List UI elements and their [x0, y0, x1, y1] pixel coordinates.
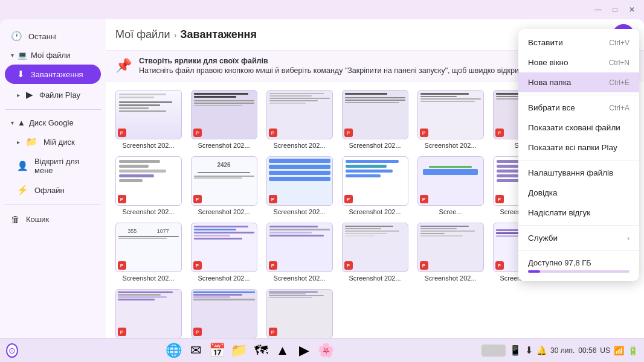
list-item[interactable]: P Screenshot 202...	[414, 87, 487, 151]
file-type-badge: P	[420, 195, 428, 203]
menu-new-folder-label: Нова папка	[528, 78, 571, 87]
menu-new-window-label: Нове вікно	[528, 58, 568, 67]
menu-item-file-settings[interactable]: Налаштування файлів	[518, 163, 639, 183]
menu-item-help[interactable]: Довідка	[518, 183, 639, 203]
maps-icon[interactable]: 🗺	[253, 342, 269, 359]
menu-item-select-all[interactable]: Вибрати все Ctrl+A	[518, 98, 639, 118]
list-item[interactable]: P Screenshot 202...	[187, 87, 260, 151]
calendar-icon[interactable]: 📅	[209, 342, 226, 359]
youtube-icon[interactable]: ▶	[296, 342, 313, 359]
list-item[interactable]: 2426 P Screenshot 202...	[187, 154, 260, 218]
taskbar-launcher[interactable]: ⊙	[6, 343, 18, 358]
list-item[interactable]: P Screenshot 202...	[112, 287, 185, 338]
list-item[interactable]: P Screenshot 202...	[112, 87, 185, 151]
taskbar-right: 📱 ⬇ 🔔 30 лип. 00:56 US 📶 🔋	[481, 345, 638, 357]
close-button[interactable]: ✕	[625, 2, 639, 17]
sidebar-item-downloads[interactable]: ⬇ Завантаження	[5, 65, 101, 84]
list-item[interactable]: P Screenshot 202...	[112, 154, 185, 218]
taskbar-time: 00:56	[578, 346, 596, 355]
file-type-badge: P	[118, 195, 126, 203]
sidebar-item-recents[interactable]: 🕐 Останні	[5, 27, 101, 46]
file-name: Screenshot 202...	[273, 275, 325, 282]
sidebar-item-my-files[interactable]: ▾ 💻 Мої файли	[5, 47, 101, 63]
menu-item-new-window[interactable]: Нове вікно Ctrl+N	[518, 52, 639, 72]
file-thumbnail: P	[266, 156, 333, 206]
list-item[interactable]: P Screenshot 202...	[263, 287, 336, 338]
photos-icon[interactable]: 🌸	[318, 342, 335, 359]
list-item[interactable]: P Screenshot 202...	[338, 154, 411, 218]
gmail-icon[interactable]: ✉	[187, 342, 204, 359]
trash-icon: 🗑	[11, 214, 20, 224]
list-item[interactable]: P Screenshot 202...	[263, 87, 336, 151]
minimize-button[interactable]: —	[591, 2, 605, 17]
menu-item-show-play-folders[interactable]: Показати всі папки Play	[518, 138, 639, 157]
menu-item-new-folder[interactable]: Нова папка Ctrl+E	[518, 72, 639, 92]
sidebar-item-google-drive[interactable]: ▾ ▲ Диск Google	[5, 115, 101, 131]
menu-item-paste[interactable]: Вставити Ctrl+V	[518, 33, 639, 52]
files-icon[interactable]: 📁	[231, 342, 248, 359]
file-type-badge: P	[118, 261, 126, 270]
drive-taskbar-icon[interactable]: ▲	[274, 342, 291, 359]
list-item[interactable]: 3551077 P Screenshot 202...	[112, 220, 185, 284]
file-name: Screenshot 202...	[349, 275, 401, 282]
sidebar-item-trash[interactable]: 🗑 Кошик	[5, 210, 101, 229]
menu-item-feedback[interactable]: Надіслати відгук	[518, 203, 639, 223]
file-thumbnail: P	[115, 289, 182, 338]
list-item[interactable]: P Screenshot 202...	[263, 220, 336, 284]
maximize-button[interactable]: □	[608, 2, 622, 17]
sidebar-item-play-files[interactable]: ▸ ▶ Файли Play	[5, 85, 101, 104]
list-item[interactable]: P Screenshot 202...	[187, 220, 260, 284]
chevron-down-icon2: ▾	[11, 119, 14, 126]
file-name: Screenshot 202...	[424, 142, 476, 149]
launcher-button[interactable]: ⊙	[6, 343, 18, 358]
menu-paste-shortcut: Ctrl+V	[609, 39, 630, 47]
battery-icon: 🔋	[628, 346, 638, 355]
taskbar: ⊙ 🌐 ✉ 📅 📁 🗺 ▲ ▶ 🌸 📱 ⬇ 🔔 30 лип. 00:56 US…	[0, 338, 644, 362]
file-type-badge: P	[193, 328, 202, 336]
taskbar-date: 30 лип.	[550, 346, 575, 355]
offline-icon: ⚡	[17, 185, 28, 195]
file-type-badge: P	[193, 261, 202, 270]
list-item[interactable]: P Screenshot 202...	[414, 220, 487, 284]
drive-icon: ▲	[18, 118, 25, 127]
chrome-icon[interactable]: 🌐	[166, 342, 182, 359]
list-item[interactable]: P Screenshot 202...	[338, 87, 411, 151]
menu-paste-label: Вставити	[528, 38, 563, 47]
file-thumbnail: P	[191, 289, 257, 338]
menu-feedback-label: Надіслати відгук	[528, 208, 590, 217]
file-type-badge: P	[344, 261, 353, 270]
breadcrumb-my-files[interactable]: Мої файли	[115, 28, 170, 41]
sidebar: 🕐 Останні ▾ 💻 Мої файли ⬇ Завантаження ▸…	[0, 19, 106, 338]
menu-select-all-label: Вибрати все	[528, 103, 575, 112]
file-name: Screenshot 202...	[273, 208, 325, 215]
file-thumbnail: P	[191, 223, 257, 272]
file-thumbnail: 3551077 P	[115, 223, 182, 272]
sidebar-item-my-drive[interactable]: ▸ 📁 Мій диск	[5, 132, 101, 151]
file-name: Screenshot 202...	[198, 142, 250, 149]
list-item[interactable]: P Screenshot 202...	[187, 287, 260, 338]
play-icon: ▶	[26, 89, 33, 100]
list-item[interactable]: P Screenshot 202...	[338, 220, 411, 284]
list-item[interactable]: P Screenshot 202...	[263, 154, 336, 218]
sidebar-shared-label: Відкриті для мене	[34, 157, 95, 175]
storage-bar-background	[528, 270, 630, 273]
menu-show-play-folders-label: Показати всі папки Play	[528, 143, 617, 152]
file-thumbnail: 2426 P	[191, 156, 257, 206]
file-thumbnail: P	[115, 90, 182, 139]
file-thumbnail: P	[342, 90, 408, 139]
menu-file-settings-label: Налаштування файлів	[528, 168, 613, 177]
folder-icon: 📁	[26, 136, 37, 147]
download-status-icon: ⬇	[525, 345, 533, 356]
menu-item-services[interactable]: Служби ›	[518, 228, 639, 248]
file-type-badge: P	[420, 261, 428, 270]
sidebar-recents-label: Останні	[28, 32, 57, 41]
sidebar-item-offline[interactable]: ⚡ Офлайн	[5, 180, 101, 200]
file-name: Screenshot 202...	[349, 208, 401, 215]
list-item[interactable]: P Scree...	[414, 154, 487, 218]
menu-divider1	[518, 95, 639, 95]
file-type-badge: P	[269, 195, 277, 203]
sidebar-item-shared[interactable]: 👤 Відкриті для мене	[5, 153, 101, 179]
people-icon: 👤	[17, 160, 28, 171]
sidebar-google-drive-label: Диск Google	[29, 118, 74, 127]
menu-item-show-hidden[interactable]: Показати сховані файли	[518, 118, 639, 138]
